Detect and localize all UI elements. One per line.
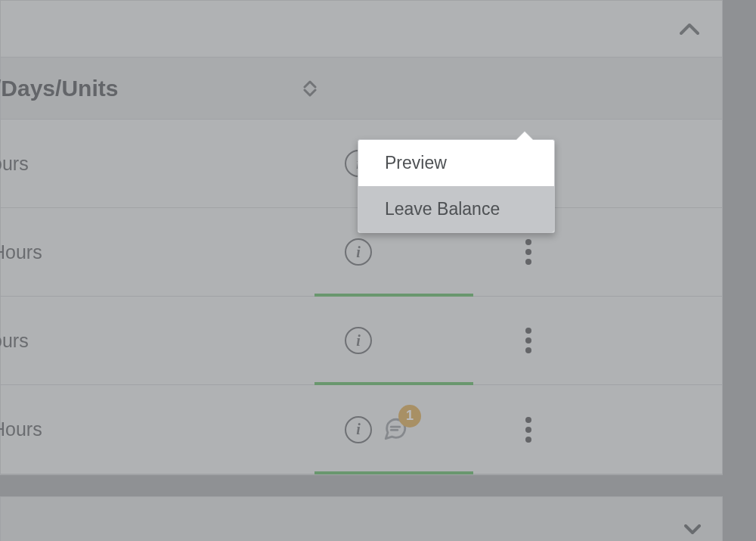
table-row: Hours i 1 [1,385,722,474]
bottom-panel-header[interactable] [0,496,723,541]
expand-panel-icon[interactable] [684,520,701,539]
row-actions-menu-button[interactable] [525,239,531,265]
row-actions-menu-button[interactable] [525,417,531,443]
row-value: Hours [0,241,42,263]
comment-icon[interactable]: 1 [383,416,410,443]
dropdown-item-preview[interactable]: Preview [358,140,554,186]
row-actions-dropdown: Preview Leave Balance [358,139,555,233]
row-value: ours [0,153,29,175]
sort-icon[interactable] [303,80,317,97]
dropdown-pointer [516,132,533,140]
info-icon[interactable]: i [345,327,372,354]
comment-count-badge: 1 [398,405,421,428]
column-header-label: /Days/Units [0,76,118,101]
progress-bar [314,471,473,474]
collapse-panel-icon[interactable] [680,16,699,40]
info-icon[interactable]: i [345,238,372,266]
dropdown-item-leave-balance[interactable]: Leave Balance [358,186,554,232]
column-header[interactable]: /Days/Units [1,58,722,120]
panel-header [1,1,722,58]
row-value: ours [0,330,29,352]
info-icon[interactable]: i [345,416,372,443]
table-row: ours i [1,297,722,385]
row-actions-menu-button[interactable] [525,328,531,353]
content-panel: /Days/Units ours i Hours i ours i Hours … [0,0,723,475]
row-value: Hours [0,418,42,440]
